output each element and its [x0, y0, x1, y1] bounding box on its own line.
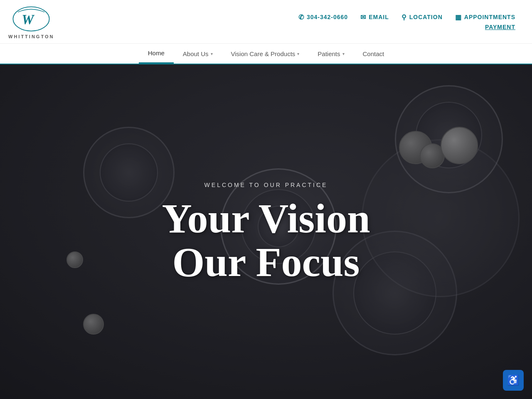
appointments-icon: ▦ — [455, 13, 462, 21]
logo-icon: W — [10, 4, 52, 33]
nav-about[interactable]: About Us ▾ — [174, 44, 222, 63]
hero-subtitle: WELCOME TO OUR PRACTICE — [17, 182, 515, 188]
chevron-down-icon: ▾ — [342, 52, 345, 56]
phone-link[interactable]: ✆ 304-342-0660 — [298, 13, 348, 21]
nav-patients-label: Patients — [318, 50, 340, 57]
chevron-down-icon: ▾ — [297, 52, 299, 56]
nav-patients[interactable]: Patients ▾ — [308, 44, 353, 63]
logo-text: WHITTINGTON — [8, 34, 54, 39]
contacts-right: ✆ 304-342-0660 ✉ EMAIL ⚲ LOCATION ▦ APPO… — [298, 13, 515, 30]
hero-section: WELCOME TO OUR PRACTICE Your Vision Our … — [0, 64, 532, 399]
phone-icon: ✆ — [298, 13, 304, 21]
location-icon: ⚲ — [401, 13, 407, 21]
top-bar: W WHITTINGTON ✆ 304-342-0660 ✉ EMAIL ⚲ L… — [0, 0, 532, 44]
nav-contact-label: Contact — [363, 50, 384, 57]
svg-text:W: W — [22, 12, 35, 27]
appointments-link[interactable]: ▦ APPOINTMENTS — [455, 13, 515, 21]
payment-link[interactable]: PAYMENT — [485, 24, 515, 30]
nav-bar: Home About Us ▾ Vision Care & Products ▾… — [0, 44, 532, 64]
email-icon: ✉ — [360, 13, 366, 21]
hero-title-line1: Your Vision — [162, 195, 370, 241]
hero-title: Your Vision Our Focus — [17, 197, 515, 284]
email-link[interactable]: ✉ EMAIL — [360, 13, 389, 21]
location-link[interactable]: ⚲ LOCATION — [401, 13, 443, 21]
nav-about-label: About Us — [183, 50, 209, 57]
hero-title-line2: Our Focus — [172, 239, 360, 285]
nav-home-label: Home — [148, 49, 165, 57]
chevron-down-icon: ▾ — [211, 52, 213, 56]
location-label: LOCATION — [409, 14, 443, 20]
appointments-label: APPOINTMENTS — [464, 14, 515, 20]
nav-vision-label: Vision Care & Products — [231, 50, 296, 57]
accessibility-button[interactable]: ♿ — [503, 370, 524, 391]
accessibility-icon: ♿ — [507, 374, 520, 386]
contacts-top-row: ✆ 304-342-0660 ✉ EMAIL ⚲ LOCATION ▦ APPO… — [298, 13, 515, 21]
phone-number: 304-342-0660 — [307, 14, 348, 20]
hero-content: WELCOME TO OUR PRACTICE Your Vision Our … — [0, 182, 532, 284]
logo-area[interactable]: W WHITTINGTON — [8, 4, 54, 39]
nav-contact[interactable]: Contact — [354, 44, 394, 63]
nav-home[interactable]: Home — [139, 44, 174, 64]
email-label: EMAIL — [369, 14, 389, 20]
nav-vision-care[interactable]: Vision Care & Products ▾ — [222, 44, 309, 63]
